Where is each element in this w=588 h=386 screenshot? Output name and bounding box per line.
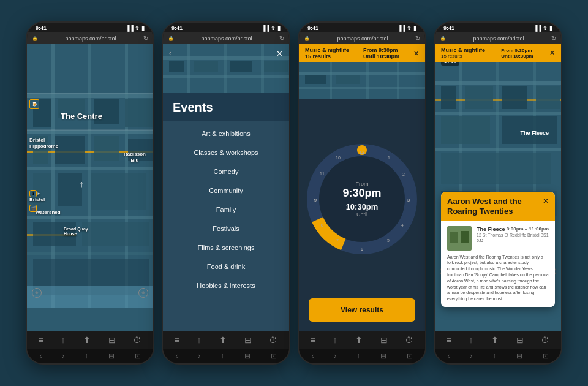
nav2-book-icon-3[interactable]: ⊟: [380, 352, 386, 360]
filter-close-3[interactable]: ✕: [413, 50, 419, 58]
map-background: The Centre BristolHippodrome RadissonBlu…: [27, 44, 153, 331]
events-item-art[interactable]: Art & exhibitions: [163, 124, 289, 143]
nav2-up2-icon-3[interactable]: ↑: [356, 352, 360, 360]
nav2-tab-icon-4[interactable]: ⊡: [543, 352, 549, 360]
nav-bookmark-icon[interactable]: ⊟: [108, 335, 116, 345]
nav2-forward-icon-2[interactable]: ›: [198, 352, 200, 360]
browser-bar-3[interactable]: 🔒 popmaps.com/bristol ↻: [299, 32, 425, 44]
event-description: Aaron West and the Roaring Twenties is n…: [447, 254, 549, 302]
nav-menu-icon-4[interactable]: ≡: [446, 335, 451, 345]
nav2-tab-icon-2[interactable]: ⊡: [271, 352, 277, 360]
time-filter-screen: Music & nightlife 15 results From 9:30pm…: [299, 44, 425, 331]
svg-text:7: 7: [336, 238, 339, 243]
compass-icon[interactable]: ⊕: [32, 288, 42, 298]
svg-rect-15: [55, 136, 85, 164]
svg-rect-42: [397, 62, 399, 99]
status-icons-4: ▐▐ ⇧ ▮: [533, 25, 552, 31]
svg-rect-72: [441, 116, 490, 144]
nav-bookmark-icon-4[interactable]: ⊟: [516, 335, 524, 345]
map-svg: [27, 44, 153, 308]
events-item-food[interactable]: Food & drink: [163, 257, 289, 276]
nav2-up2-icon[interactable]: ↑: [85, 352, 88, 360]
nav2-back-icon[interactable]: ‹: [39, 352, 42, 360]
nav-share-icon[interactable]: ⬆: [83, 335, 91, 345]
phone-time: 9:41 ▐▐ ⇧ ▮ 🔒 popmaps.com/bristol ↻ Musi…: [298, 21, 426, 365]
nav-bookmark-icon-2[interactable]: ⊟: [244, 335, 252, 345]
reload-icon-3[interactable]: ↻: [415, 35, 420, 42]
crosshair-icon[interactable]: ⊕: [138, 288, 148, 298]
events-item-classes[interactable]: Classes & workshops: [163, 143, 289, 162]
nav-share-icon-2[interactable]: ⬆: [219, 335, 227, 345]
nav2-book-icon-4[interactable]: ⊟: [516, 352, 522, 360]
close-button-2[interactable]: ✕: [276, 49, 283, 58]
events-item-festivals[interactable]: Festivals: [163, 219, 289, 238]
browser-bar-1[interactable]: 🔒 popmaps.com/bristol ↻: [27, 32, 153, 44]
nav-menu-icon-3[interactable]: ≡: [310, 335, 315, 345]
back-chevron[interactable]: ‹: [169, 49, 172, 58]
nav-menu-icon-2[interactable]: ≡: [174, 335, 179, 345]
nav2-back-icon-4[interactable]: ‹: [447, 352, 450, 360]
detail-screen: Music & nightlife 15 results From 9:30pm…: [435, 44, 561, 331]
svg-text:12: 12: [360, 149, 365, 155]
nav2-forward-icon-4[interactable]: ›: [470, 352, 472, 360]
event-card-body: The Fleece 8:00pm – 11:00pm 12 St Thomas…: [441, 221, 555, 307]
nav2-back-icon-3[interactable]: ‹: [311, 352, 314, 360]
detail-close[interactable]: ✕: [549, 49, 555, 57]
reload-icon-1[interactable]: ↻: [143, 35, 148, 42]
time-3: 9:41: [307, 25, 318, 31]
nav2-tab-icon-3[interactable]: ⊡: [407, 352, 413, 360]
map-screen: The Centre BristolHippodrome RadissonBlu…: [27, 44, 153, 331]
reload-icon-4[interactable]: ↻: [551, 35, 556, 42]
nav2-book-icon[interactable]: ⊟: [108, 352, 115, 360]
nav2-up2-icon-4[interactable]: ↑: [492, 352, 496, 360]
nav-up-icon-4[interactable]: ↑: [469, 335, 473, 345]
events-item-comedy[interactable]: Comedy: [163, 162, 289, 181]
reload-icon-2[interactable]: ↻: [279, 35, 284, 42]
events-item-community[interactable]: Community: [163, 181, 289, 200]
events-item-family[interactable]: Family: [163, 200, 289, 219]
nav-clock-icon-2[interactable]: ⏱: [269, 335, 277, 345]
browser-bar-4[interactable]: 🔒 popmaps.com/bristol ↻: [435, 32, 561, 44]
nav2-back-icon-2[interactable]: ‹: [175, 352, 178, 360]
detail-filter-bar: Music & nightlife 15 results From 9:30pm…: [435, 44, 561, 62]
events-item-hobbies[interactable]: Hobbies & interests: [163, 276, 289, 295]
filter-from-3: From 9:30pm: [363, 47, 399, 53]
filter-header-3: Music & nightlife 15 results From 9:30pm…: [299, 44, 425, 62]
svg-rect-41: [366, 62, 369, 99]
nav2-forward-icon[interactable]: ›: [62, 352, 64, 360]
svg-rect-78: [450, 232, 458, 243]
venue-label: The Fleece: [520, 130, 549, 136]
clock-until-label: Until: [342, 211, 381, 218]
nav-clock-icon-4[interactable]: ⏱: [541, 335, 549, 345]
nav-clock-icon[interactable]: ⏱: [133, 335, 141, 345]
svg-rect-35: [230, 61, 252, 72]
nav2-book-icon-2[interactable]: ⊟: [244, 352, 251, 360]
nav-share-icon-3[interactable]: ⬆: [355, 335, 363, 345]
svg-text:5: 5: [387, 238, 390, 243]
nav-up-icon-2[interactable]: ↑: [197, 335, 202, 345]
browser-bar-2[interactable]: 🔒 popmaps.com/bristol ↻: [163, 32, 289, 44]
nav-bookmark-icon-3[interactable]: ⊟: [380, 335, 388, 345]
nav-share-icon-4[interactable]: ⬆: [491, 335, 499, 345]
bottom-nav-1: ≡ ↑ ⬆ ⊟ ⏱: [27, 331, 153, 349]
events-screen: ‹ ✕ Events Art & exhibitions Classes & w…: [163, 44, 289, 331]
svg-text:3: 3: [407, 197, 410, 203]
nav2-forward-icon-3[interactable]: ›: [334, 352, 336, 360]
view-results-button[interactable]: View results: [309, 298, 415, 322]
map-label-radisson: RadissonBlu: [124, 151, 146, 163]
nav2-tab-icon[interactable]: ⊡: [135, 352, 141, 360]
svg-rect-32: [261, 44, 264, 93]
nav2-up2-icon-2[interactable]: ↑: [221, 352, 224, 360]
nav-clock-icon-3[interactable]: ⏱: [405, 335, 413, 345]
detail-filter-left: Music & nightlife 15 results: [441, 47, 485, 59]
nav-menu-icon[interactable]: ≡: [38, 335, 43, 345]
nav-up-icon[interactable]: ↑: [61, 335, 66, 345]
lock-icon-2: 🔒: [168, 36, 174, 41]
nav-up-icon-3[interactable]: ↑: [333, 335, 337, 345]
clock-start-time: 9:30pm: [342, 187, 381, 200]
event-card-close[interactable]: ✕: [543, 197, 549, 205]
map-arrow-up: ↑: [79, 179, 84, 190]
detail-filter-right: From 9:30pm Until 10:30pm: [501, 48, 533, 59]
svg-text:8: 8: [321, 223, 323, 227]
events-item-films[interactable]: Films & screenings: [163, 238, 289, 257]
